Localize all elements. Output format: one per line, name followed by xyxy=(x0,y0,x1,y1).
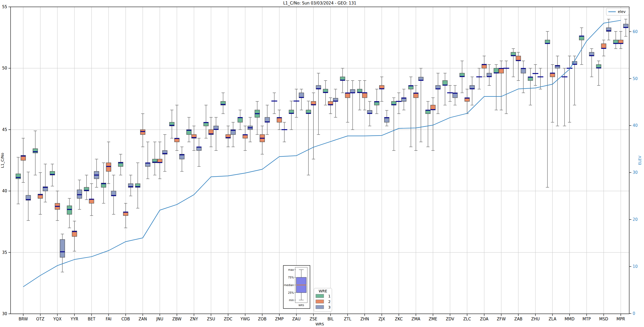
boxplot-ZAU-wre1 xyxy=(289,101,294,130)
y-tick-label: 55 xyxy=(2,4,7,9)
y-tick-label: 35 xyxy=(2,250,7,255)
wre-legend-label-2: 2 xyxy=(328,300,331,304)
x-tick-label-MPR: MPR xyxy=(617,317,625,321)
box-iqr xyxy=(33,149,38,153)
boxplot-ZMP-wre1 xyxy=(271,93,277,114)
x-tick-label-ZOB: ZOB xyxy=(258,317,266,321)
x-tick-label-BRW: BRW xyxy=(19,317,28,321)
boxplot-ZAN-wre2 xyxy=(140,114,145,147)
boxplot-FAI-wre2 xyxy=(106,142,111,184)
boxplot-BET-wre2 xyxy=(89,184,94,216)
boxplot-ZLC-wre2 xyxy=(465,89,469,114)
axes: 3035404550550102030405060BRWOTZYQXYYRBET… xyxy=(2,4,638,321)
y2-tick-label: 20 xyxy=(633,217,638,222)
boxplot-BIL-wre2 xyxy=(328,98,333,114)
x-tick-label-ZHU: ZHU xyxy=(531,317,540,321)
boxplot-ZMP-wre2 xyxy=(277,110,282,129)
boxplot-JNU-wre2 xyxy=(157,142,162,179)
elev-polyline xyxy=(23,20,621,287)
boxplot-ZSE-wre2 xyxy=(311,93,316,159)
boxplot-YQX-wre3 xyxy=(60,234,65,272)
boxplot-ZOB-wre2 xyxy=(260,126,265,154)
box-iqr xyxy=(494,68,499,73)
boxplot-ZJX-wre2 xyxy=(379,77,384,101)
x-tick-label-FAI: FAI xyxy=(106,317,111,321)
x-tick-label-ZOA: ZOA xyxy=(480,317,489,321)
x-tick-label-ZHN: ZHN xyxy=(360,317,369,321)
boxplot-BRW-wre2 xyxy=(21,138,26,182)
x-tick-label-ZMP: ZMP xyxy=(275,317,284,321)
boxplot-ZDC-wre3 xyxy=(231,122,236,147)
y2-axis-label: ELEV xyxy=(638,156,642,165)
inset-label-75pct: 75% xyxy=(288,276,294,279)
boxplot-ZKC-wre3 xyxy=(401,89,406,110)
boxplot-ZDC-wre2 xyxy=(226,126,231,147)
y2-tick-label: 0 xyxy=(633,311,635,316)
boxplot-ZTL-wre1 xyxy=(340,68,345,93)
x-tick-label-YQX: YQX xyxy=(53,317,62,321)
x-tick-label-ZNY: ZNY xyxy=(190,317,198,321)
boxplot-ZJX-wre1 xyxy=(374,89,379,114)
boxplot-OTZ-wre3 xyxy=(43,164,48,202)
chart-root: 3035404550550102030405060BRWOTZYQXYYRBET… xyxy=(0,0,644,327)
boxplot-ZMA-wre3 xyxy=(419,68,423,142)
boxplot-ZFW-wre3 xyxy=(503,61,509,114)
boxplot-ZME-wre3 xyxy=(436,73,440,114)
y-tick-label: 40 xyxy=(2,189,7,193)
boxplot-YWG-wre1 xyxy=(238,110,243,129)
box-iqr xyxy=(140,130,145,135)
gridlines xyxy=(11,7,629,314)
boxplot-ZSE-wre1 xyxy=(306,101,311,175)
boxplot-JNU-wre3 xyxy=(162,134,167,171)
x-tick-label-MTP: MTP xyxy=(582,317,591,321)
x-tick-label-ZAB: ZAB xyxy=(514,317,523,321)
boxplot-ZLC-wre3 xyxy=(470,77,474,105)
inset-label-min: min xyxy=(289,299,294,302)
boxplot-ZAB-wre1 xyxy=(511,49,516,77)
wre-legend-swatch-3 xyxy=(316,305,324,309)
x-tick-label-MSD: MSD xyxy=(599,317,608,321)
boxplot-ZHU-wre1 xyxy=(528,68,533,105)
y2-tick-label: 50 xyxy=(633,76,638,81)
box-iqr xyxy=(238,117,243,122)
x-tick-label-ZDV: ZDV xyxy=(446,317,455,321)
y-axis-label: L1_C/No xyxy=(0,153,4,168)
wre-legend: WRE123 xyxy=(314,288,332,312)
boxplot-ZOA-wre2 xyxy=(482,56,487,77)
boxplot-ZAB-wre2 xyxy=(516,52,521,81)
chart-title: L1_C/No: Sun 03/03/2024 - GEO: 131 xyxy=(283,1,356,6)
boxplot-ZDV-wre2 xyxy=(447,85,453,101)
boxplot-ZSE-wre3 xyxy=(316,73,321,134)
boxplot-ZSU-wre3 xyxy=(214,117,218,150)
x-tick-label-CDB: CDB xyxy=(121,317,130,321)
boxplot-YYR-wre3 xyxy=(77,180,82,209)
boxplot-ZLA-wre1 xyxy=(545,31,550,187)
box-iqr xyxy=(106,163,111,171)
boxplot-ZKC-wre1 xyxy=(391,98,396,151)
boxplot-YYR-wre2 xyxy=(72,221,77,251)
boxplot-ZOA-wre1 xyxy=(476,68,482,89)
boxplot-ZFW-wre1 xyxy=(494,64,499,110)
plot-frame xyxy=(11,7,629,314)
boxplot-ZNY-wre3 xyxy=(197,138,201,166)
boxplot-YWG-wre3 xyxy=(248,117,253,142)
boxplot-ZSU-wre2 xyxy=(209,117,213,147)
boxplot-JNU-wre1 xyxy=(152,142,157,175)
inset-label-max: max xyxy=(288,268,294,271)
box-iqr xyxy=(77,190,82,199)
y-tick-label: 50 xyxy=(2,66,7,71)
boxplot-ZAB-wre3 xyxy=(521,61,526,93)
boxplot-BIL-wre1 xyxy=(323,81,328,105)
boxplot-ZBW-wre2 xyxy=(175,105,179,151)
boxplot-guide-inset: max75%median25%minWRS xyxy=(283,265,310,309)
x-tick-label-ZBW: ZBW xyxy=(172,317,181,321)
boxplot-CDB-wre1 xyxy=(118,154,123,175)
boxplot-ZLA-wre2 xyxy=(550,64,555,122)
boxplot-ZMA-wre2 xyxy=(413,85,418,150)
boxplot-series xyxy=(16,19,628,272)
x-axis-label: WRS xyxy=(316,322,324,326)
x-tick-label-ZAU: ZAU xyxy=(292,317,301,321)
x-tick-label-ZLA: ZLA xyxy=(549,317,557,321)
boxplot-OTZ-wre2 xyxy=(38,172,43,214)
x-tick-label-YWG: YWG xyxy=(240,317,250,321)
